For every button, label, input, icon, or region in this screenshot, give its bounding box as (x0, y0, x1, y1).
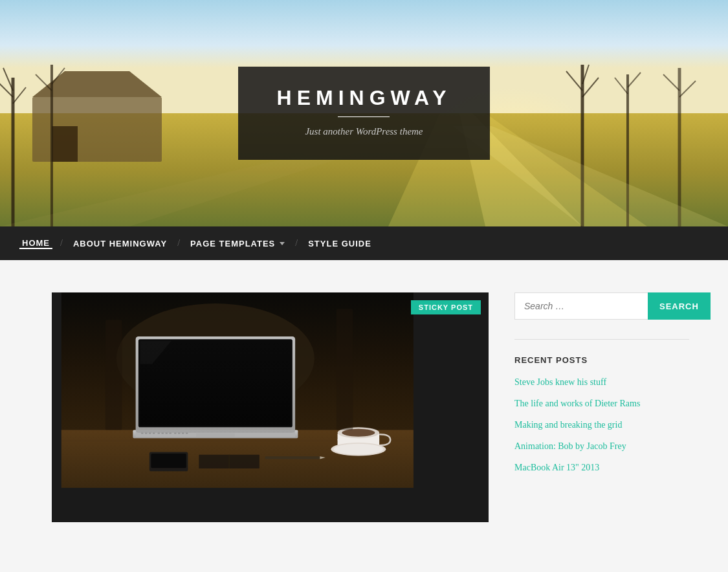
svg-rect-49 (140, 341, 291, 426)
sidebar-divider (514, 339, 689, 340)
recent-post-link-1[interactable]: Steve Jobs knew his stuff (514, 377, 606, 387)
dropdown-arrow-icon (280, 242, 285, 245)
nav-sep-2: / (177, 238, 180, 248)
recent-post-item: Steve Jobs knew his stuff (514, 375, 689, 389)
recent-post-item: Animation: Bob by Jacob Frey (514, 439, 689, 453)
sidebar: SEARCH RECENT POSTS Steve Jobs knew his … (514, 292, 689, 522)
nav-about[interactable]: ABOUT HEMINGWAY (71, 239, 170, 248)
site-title: HEMINGWAY (277, 86, 452, 110)
nav-page-templates[interactable]: PAGE TEMPLATES (188, 239, 287, 248)
search-button[interactable]: SEARCH (648, 292, 711, 320)
recent-post-link-3[interactable]: Making and breaking the grid (514, 420, 622, 430)
featured-image: STICKY POST (52, 292, 489, 522)
recent-post-item: The life and works of Dieter Rams (514, 397, 689, 410)
recent-post-item: Making and breaking the grid (514, 418, 689, 432)
svg-rect-59 (151, 454, 186, 468)
search-input[interactable] (514, 292, 648, 320)
recent-post-link-4[interactable]: Animation: Bob by Jacob Frey (514, 441, 626, 451)
hero-section: HEMINGWAY Just another WordPress theme (0, 0, 728, 226)
nav-page-templates-label: PAGE TEMPLATES (190, 239, 275, 248)
svg-point-57 (334, 444, 384, 455)
recent-posts-widget: RECENT POSTS Steve Jobs knew his stuff T… (514, 355, 689, 474)
laptop-scene-svg (52, 292, 423, 488)
search-widget: SEARCH (514, 292, 689, 320)
main-nav: HOME / ABOUT HEMINGWAY / PAGE TEMPLATES … (0, 226, 728, 260)
recent-post-item: MacBook Air 13" 2013 (514, 461, 689, 474)
sticky-badge: STICKY POST (411, 300, 481, 314)
nav-sep-3: / (295, 238, 298, 248)
svg-rect-51 (196, 434, 235, 437)
svg-rect-62 (265, 456, 320, 459)
page-body: STICKY POST (0, 260, 728, 555)
recent-post-link-5[interactable]: MacBook Air 13" 2013 (514, 463, 599, 472)
nav-home[interactable]: HOME (19, 238, 52, 249)
main-content: STICKY POST (52, 292, 489, 522)
site-title-box: HEMINGWAY Just another WordPress theme (238, 67, 491, 160)
nav-sep-1: / (60, 238, 63, 248)
svg-rect-65 (336, 309, 353, 430)
svg-rect-64 (105, 320, 122, 430)
site-tagline: Just another WordPress theme (277, 126, 452, 137)
recent-posts-list: Steve Jobs knew his stuff The life and w… (514, 375, 689, 474)
svg-rect-7 (52, 126, 78, 162)
nav-style-guide[interactable]: STYLE GUIDE (305, 239, 374, 248)
title-divider (338, 116, 390, 117)
recent-posts-title: RECENT POSTS (514, 355, 689, 365)
svg-point-55 (342, 429, 375, 437)
recent-post-link-2[interactable]: The life and works of Dieter Rams (514, 399, 640, 408)
